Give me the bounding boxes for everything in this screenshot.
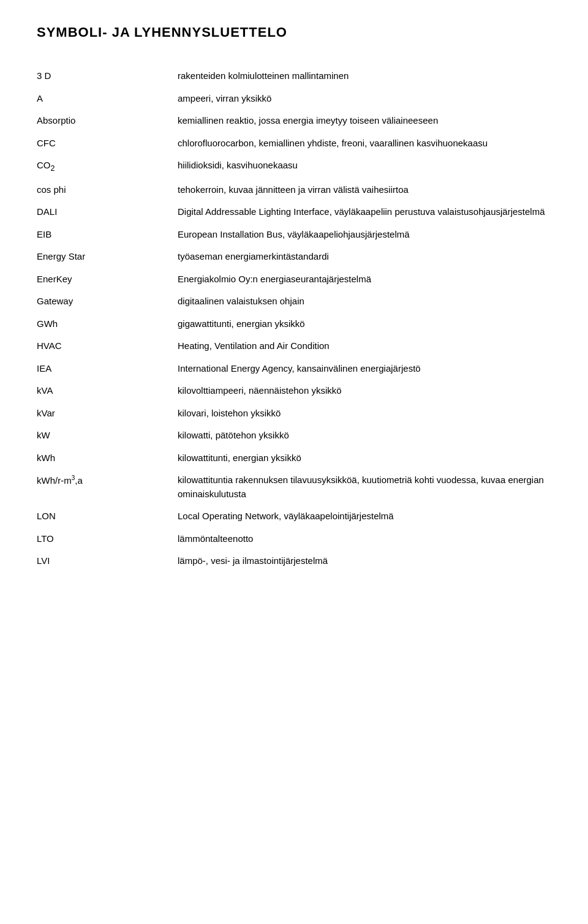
definition-cell: kilovolttiampeeri, näennäistehon yksikkö	[178, 380, 551, 402]
term-cell: kVar	[37, 402, 178, 425]
glossary-row: Gatewaydigitaalinen valaistuksen ohjain	[37, 290, 551, 313]
term-cell: EIB	[37, 223, 178, 246]
glossary-row: CO2hiilidioksidi, kasvihuonekaasu	[37, 154, 551, 179]
term-cell: kVA	[37, 380, 178, 402]
glossary-row: 3 Drakenteiden kolmiulotteinen mallintam…	[37, 65, 551, 88]
glossary-row: Absorptiokemiallinen reaktio, jossa ener…	[37, 110, 551, 132]
glossary-row: kWkilowatti, pätötehon yksikkö	[37, 424, 551, 447]
glossary-row: Aampeeri, virran yksikkö	[37, 88, 551, 110]
term-cell: GWh	[37, 313, 178, 336]
glossary-row: GWhgigawattitunti, energian yksikkö	[37, 313, 551, 336]
definition-cell: chlorofluorocarbon, kemiallinen yhdiste,…	[178, 132, 551, 155]
term-cell: Gateway	[37, 290, 178, 313]
glossary-row: CFCchlorofluorocarbon, kemiallinen yhdis…	[37, 132, 551, 155]
definition-cell: hiilidioksidi, kasvihuonekaasu	[178, 154, 551, 179]
definition-cell: kemiallinen reaktio, jossa energia imeyt…	[178, 110, 551, 132]
glossary-row: HVACHeating, Ventilation and Air Conditi…	[37, 335, 551, 358]
glossary-table: 3 Drakenteiden kolmiulotteinen mallintam…	[37, 65, 551, 573]
term-cell: HVAC	[37, 335, 178, 358]
glossary-row: LTOlämmöntalteenotto	[37, 528, 551, 550]
glossary-row: DALIDigital Addressable Lighting Interfa…	[37, 201, 551, 223]
term-cell: LTO	[37, 528, 178, 550]
definition-cell: lämmöntalteenotto	[178, 528, 551, 550]
definition-cell: International Energy Agency, kansainväli…	[178, 358, 551, 380]
term-cell: 3 D	[37, 65, 178, 88]
glossary-row: kWh/r-m3,akilowattituntia rakennuksen ti…	[37, 469, 551, 505]
term-cell: LON	[37, 505, 178, 528]
term-cell: kWh	[37, 447, 178, 470]
term-cell: kW	[37, 424, 178, 447]
definition-cell: kilowattitunti, energian yksikkö	[178, 447, 551, 470]
glossary-row: kWhkilowattitunti, energian yksikkö	[37, 447, 551, 470]
term-cell: EnerKey	[37, 268, 178, 291]
glossary-row: EnerKeyEnergiakolmio Oy:n energiaseurant…	[37, 268, 551, 291]
definition-cell: ampeeri, virran yksikkö	[178, 88, 551, 110]
definition-cell: Local Operating Network, väyläkaapeloint…	[178, 505, 551, 528]
definition-cell: kilowattituntia rakennuksen tilavuusyksi…	[178, 469, 551, 505]
definition-cell: tehokerroin, kuvaa jännitteen ja virran …	[178, 179, 551, 201]
definition-cell: gigawattitunti, energian yksikkö	[178, 313, 551, 336]
glossary-row: Energy Startyöaseman energiamerkintästan…	[37, 246, 551, 268]
glossary-row: cos phitehokerroin, kuvaa jännitteen ja …	[37, 179, 551, 201]
term-cell: LVI	[37, 550, 178, 573]
term-cell: Absorptio	[37, 110, 178, 132]
term-cell: CFC	[37, 132, 178, 155]
glossary-row: EIBEuropean Installation Bus, väyläkaape…	[37, 223, 551, 246]
glossary-row: LVIlämpö-, vesi- ja ilmastointijärjestel…	[37, 550, 551, 573]
term-cell: kWh/r-m3,a	[37, 469, 178, 505]
term-cell: IEA	[37, 358, 178, 380]
definition-cell: työaseman energiamerkintästandardi	[178, 246, 551, 268]
definition-cell: kilowatti, pätötehon yksikkö	[178, 424, 551, 447]
term-cell: CO2	[37, 154, 178, 179]
definition-cell: Digital Addressable Lighting Interface, …	[178, 201, 551, 223]
glossary-row: LONLocal Operating Network, väyläkaapelo…	[37, 505, 551, 528]
definition-cell: lämpö-, vesi- ja ilmastointijärjestelmä	[178, 550, 551, 573]
definition-cell: kilovari, loistehon yksikkö	[178, 402, 551, 425]
definition-cell: European Installation Bus, väyläkaapelio…	[178, 223, 551, 246]
page-title: SYMBOLI- JA LYHENNYSLUETTELO	[37, 24, 551, 40]
glossary-row: IEAInternational Energy Agency, kansainv…	[37, 358, 551, 380]
term-cell: A	[37, 88, 178, 110]
term-cell: cos phi	[37, 179, 178, 201]
glossary-row: kVAkilovolttiampeeri, näennäistehon yksi…	[37, 380, 551, 402]
definition-cell: Energiakolmio Oy:n energiaseurantajärjes…	[178, 268, 551, 291]
definition-cell: rakenteiden kolmiulotteinen mallintamine…	[178, 65, 551, 88]
term-cell: DALI	[37, 201, 178, 223]
glossary-row: kVarkilovari, loistehon yksikkö	[37, 402, 551, 425]
term-cell: Energy Star	[37, 246, 178, 268]
definition-cell: Heating, Ventilation and Air Condition	[178, 335, 551, 358]
definition-cell: digitaalinen valaistuksen ohjain	[178, 290, 551, 313]
